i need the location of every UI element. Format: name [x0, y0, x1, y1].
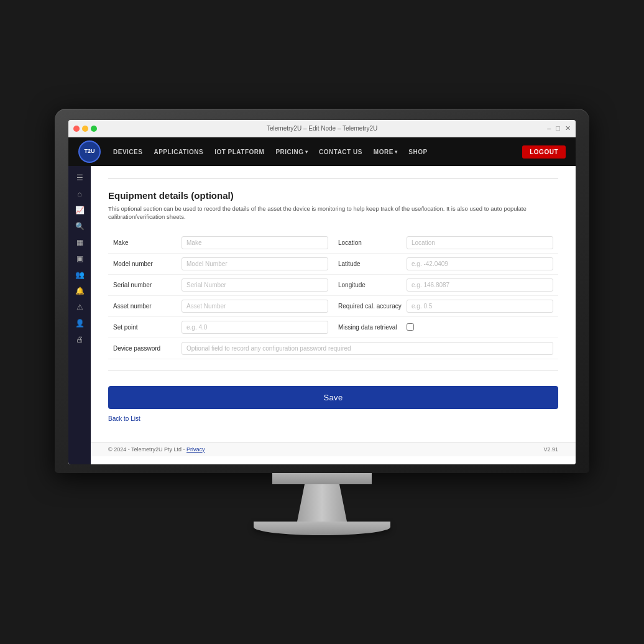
required-cal-accuracy-input[interactable] — [407, 300, 553, 313]
model-number-label: Model number — [113, 260, 182, 267]
logo[interactable]: T2U — [78, 140, 101, 163]
footer-left: © 2024 - Telemetry2U Pty Ltd - Privacy — [108, 446, 205, 453]
save-button[interactable]: Save — [108, 386, 558, 409]
missing-data-checkbox-wrapper — [407, 323, 414, 331]
required-cal-accuracy-cell: Required cal. accuracy — [333, 296, 558, 317]
longitude-cell: Longitude — [333, 275, 558, 296]
serial-number-input[interactable] — [182, 278, 328, 292]
logout-button[interactable]: LOGOUT — [522, 145, 566, 159]
nav-more[interactable]: MORE — [374, 149, 398, 155]
device-password-cell: Device password — [108, 338, 558, 359]
missing-data-retrieval-label: Missing data retrieval — [338, 324, 407, 331]
serial-number-cell: Serial number — [108, 275, 333, 296]
titlebar-icons: – □ ✕ — [547, 124, 571, 132]
sidebar-print-icon[interactable]: 🖨 — [72, 333, 87, 346]
sidebar: ☰ ⌂ 📈 🔍 ▦ ▣ 👥 🔔 ⚠ 👤 🖨 — [68, 166, 91, 464]
minimize-button[interactable] — [82, 126, 88, 132]
asset-number-cell: Asset number — [108, 296, 333, 317]
model-number-input[interactable] — [182, 257, 328, 270]
sidebar-device-icon[interactable]: ▣ — [72, 252, 87, 265]
navbar-links: DEVICES APPLICATIONS IOT PLATFORM PRICIN… — [113, 149, 522, 155]
section-divider-top — [108, 178, 558, 179]
missing-data-retrieval-cell: Missing data retrieval — [333, 317, 558, 338]
screen: Telemetry2U – Edit Node – Telemetry2U – … — [68, 120, 576, 464]
equipment-form: Make Location Model number — [108, 232, 558, 359]
longitude-label: Longitude — [338, 282, 407, 288]
device-password-input[interactable] — [182, 342, 553, 355]
nav-iot-platform[interactable]: IOT PLATFORM — [214, 149, 264, 155]
sidebar-home-icon[interactable]: ⌂ — [72, 187, 87, 201]
restore-icon[interactable]: □ — [556, 124, 560, 132]
footer-copyright: © 2024 - Telemetry2U Pty Ltd - — [108, 446, 185, 453]
make-cell: Make — [108, 232, 333, 254]
section-divider-bottom — [108, 370, 558, 371]
longitude-input[interactable] — [407, 278, 553, 292]
screen-bezel: Telemetry2U – Edit Node – Telemetry2U – … — [55, 109, 589, 473]
model-number-cell: Model number — [108, 254, 333, 275]
monitor-stand-top — [272, 473, 372, 484]
section-desc: This optional section can be used to rec… — [108, 205, 558, 221]
footer-privacy-link[interactable]: Privacy — [186, 446, 205, 453]
latitude-label: Latitude — [338, 260, 407, 267]
section-title: Equipment details (optional) — [108, 190, 558, 201]
sidebar-search-icon[interactable]: 🔍 — [72, 219, 87, 233]
logo-text: T2U — [84, 149, 94, 155]
sidebar-alert-icon[interactable]: 🔔 — [72, 284, 87, 298]
back-to-list-link[interactable]: Back to List — [108, 415, 140, 422]
close-button[interactable] — [73, 126, 80, 132]
footer-version: V2.91 — [543, 446, 558, 453]
sidebar-profile-icon[interactable]: 👤 — [72, 316, 87, 330]
latitude-input[interactable] — [407, 257, 553, 270]
location-cell: Location — [333, 232, 558, 254]
location-label: Location — [338, 239, 407, 246]
footer: © 2024 - Telemetry2U Pty Ltd - Privacy V… — [91, 442, 576, 456]
make-label: Make — [113, 239, 182, 246]
main-content: Equipment details (optional) This option… — [91, 166, 576, 464]
nav-applications[interactable]: APPLICATIONS — [154, 149, 203, 155]
set-point-cell: Set point — [108, 317, 333, 338]
make-input[interactable] — [182, 236, 328, 249]
required-cal-accuracy-label: Required cal. accuracy — [338, 303, 407, 310]
sidebar-users-icon[interactable]: 👥 — [72, 268, 87, 282]
location-input[interactable] — [407, 236, 553, 249]
content-area: Equipment details (optional) This option… — [91, 166, 576, 442]
nav-contact-us[interactable]: CONTACT US — [319, 149, 362, 155]
set-point-input[interactable] — [182, 321, 328, 334]
asset-number-input[interactable] — [182, 300, 328, 313]
sidebar-menu-icon[interactable]: ☰ — [72, 171, 87, 185]
browser-titlebar: Telemetry2U – Edit Node – Telemetry2U – … — [68, 120, 576, 137]
monitor: Telemetry2U – Edit Node – Telemetry2U – … — [55, 109, 589, 535]
window-controls — [73, 126, 97, 132]
latitude-cell: Latitude — [333, 254, 558, 275]
minimize-icon[interactable]: – — [547, 124, 551, 132]
browser-title: Telemetry2U – Edit Node – Telemetry2U — [101, 125, 543, 132]
set-point-label: Set point — [113, 324, 182, 331]
maximize-button[interactable] — [91, 126, 97, 132]
app-body: ☰ ⌂ 📈 🔍 ▦ ▣ 👥 🔔 ⚠ 👤 🖨 Equipme — [68, 166, 576, 464]
sidebar-chart-icon[interactable]: 📈 — [72, 203, 87, 217]
sidebar-grid-icon[interactable]: ▦ — [72, 236, 87, 249]
device-password-label: Device password — [113, 345, 182, 352]
monitor-stand-base — [254, 522, 390, 535]
nav-shop[interactable]: SHOP — [408, 149, 427, 155]
navbar: T2U DEVICES APPLICATIONS IOT PLATFORM PR… — [68, 137, 576, 166]
nav-devices[interactable]: DEVICES — [113, 149, 142, 155]
close-icon[interactable]: ✕ — [565, 124, 571, 132]
asset-number-label: Asset number — [113, 303, 182, 310]
sidebar-warning-icon[interactable]: ⚠ — [72, 300, 87, 314]
missing-data-retrieval-checkbox[interactable] — [407, 323, 414, 331]
save-section: Save Back to List — [108, 386, 558, 430]
serial-number-label: Serial number — [113, 282, 182, 288]
monitor-stand-neck — [297, 484, 347, 522]
nav-pricing[interactable]: PRICING — [275, 149, 308, 155]
